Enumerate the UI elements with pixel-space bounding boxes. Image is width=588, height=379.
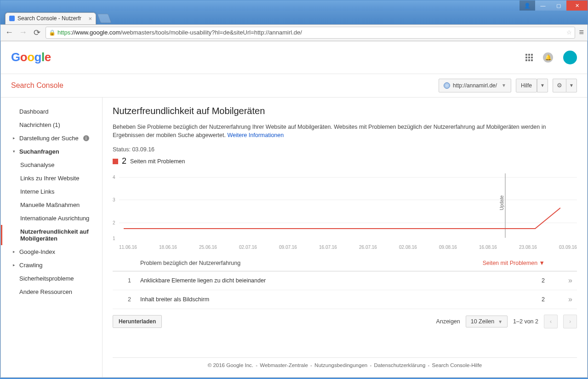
page-title: Nutzerfreundlichkeit auf Mobilgeräten	[113, 106, 577, 116]
sidebar-item-security[interactable]: Sicherheitsprobleme	[1, 272, 102, 285]
help-dropdown[interactable]: ▼	[537, 79, 548, 92]
page-description: Beheben Sie Probleme bezüglich der Nutze…	[113, 123, 577, 140]
page-footer: © 2016 Google Inc. - Webmaster-Zentrale …	[113, 357, 577, 373]
sidebar-item-other-resources[interactable]: Andere Ressourcen	[1, 285, 102, 299]
profile-button[interactable]: 👤	[519, 0, 535, 11]
site-selector[interactable]: http://annamirl.de/ ▼	[439, 79, 511, 92]
issue-text: Anklickbare Elemente liegen zu dicht bei…	[136, 271, 476, 290]
chevron-down-icon: ▼	[498, 319, 502, 324]
show-label: Anzeigen	[436, 318, 460, 325]
sidebar: Dashboard Nachrichten (1) ▸Darstellung d…	[1, 98, 103, 377]
maximize-button[interactable]: ▢	[551, 0, 566, 11]
chevron-down-icon: ▼	[569, 83, 574, 88]
legend-label: Seiten mit Problemen	[130, 158, 185, 165]
sidebar-item-search-queries[interactable]: ▾Suchanfragen	[1, 145, 102, 158]
rows-select[interactable]: 10 Zeilen ▼	[466, 316, 508, 327]
prev-page-button[interactable]: ‹	[544, 315, 558, 328]
y-tick: 4	[113, 174, 115, 179]
info-icon[interactable]: i	[83, 135, 89, 141]
sidebar-item-crawling[interactable]: ▸Crawling	[1, 258, 102, 272]
sidebar-item-manual-actions[interactable]: Manuelle Maßnahmen	[1, 198, 102, 212]
new-tab-button[interactable]	[97, 14, 111, 23]
sidebar-item-google-index[interactable]: ▸Google-Index	[1, 245, 102, 258]
next-page-button[interactable]: ›	[563, 315, 577, 328]
product-title: Search Console	[11, 81, 63, 90]
bookmark-icon[interactable]: ☆	[566, 29, 572, 36]
legend-swatch	[113, 159, 118, 164]
browser-tab[interactable]: Search Console - Nutzerfr ×	[5, 12, 96, 24]
url-host: ://www.google.com	[70, 29, 120, 36]
close-button[interactable]: ✕	[566, 0, 588, 11]
url-path: /webmasters/tools/mobile-usability?hl=de…	[120, 29, 302, 36]
page-range: 1–2 von 2	[513, 318, 538, 325]
sidebar-item-links[interactable]: Links zu Ihrer Website	[1, 172, 102, 185]
apps-icon[interactable]	[525, 54, 533, 61]
google-logo[interactable]: Google	[11, 50, 51, 64]
globe-icon	[444, 82, 450, 89]
window-titlebar: 👤 — ▢ ✕	[0, 0, 588, 11]
gear-icon: ⚙	[557, 82, 562, 89]
chevron-down-icon: ▼	[502, 83, 506, 88]
chevron-down-icon: ▼	[540, 83, 545, 88]
chart-legend: 2 Seiten mit Problemen	[113, 156, 577, 166]
footer-link[interactable]: Nutzungsbedingungen	[314, 362, 367, 368]
sidebar-item-internal-links[interactable]: Interne Links	[1, 185, 102, 198]
tab-title: Search Console - Nutzerfr	[17, 15, 81, 22]
url-scheme: https	[57, 29, 70, 36]
chart-svg: Update	[119, 173, 560, 238]
sidebar-item-dashboard[interactable]: Dashboard	[1, 105, 102, 118]
table-row[interactable]: 1 Anklickbare Elemente liegen zu dicht b…	[113, 271, 577, 290]
issue-text: Inhalt breiter als Bildschirm	[136, 290, 476, 309]
y-tick: 2	[113, 220, 115, 225]
status-text: Status: 03.09.16	[113, 146, 577, 153]
update-annotation: Update	[499, 195, 504, 210]
issues-table: Problem bezüglich der Nutzererfahrung Se…	[113, 255, 577, 309]
main-content: Nutzerfreundlichkeit auf Mobilgeräten Be…	[103, 98, 587, 377]
x-axis: 11.06.16 18.06.16 25.06.16 02.07.16 09.0…	[119, 245, 577, 250]
sidebar-item-mobile-usability[interactable]: Nutzerfreundlichkeit auf Mobilgeräten	[1, 225, 102, 245]
url-bar[interactable]: 🔒 https ://www.google.com /webmasters/to…	[46, 27, 575, 39]
footer-link[interactable]: Datenschutzerklärung	[374, 362, 425, 368]
lock-icon: 🔒	[49, 29, 56, 36]
settings-dropdown[interactable]: ▼	[566, 79, 577, 92]
product-header: Search Console http://annamirl.de/ ▼ Hil…	[1, 74, 587, 98]
tab-close-icon[interactable]: ×	[88, 15, 92, 22]
col-pages[interactable]: Seiten mit Problemen ▼	[476, 255, 549, 271]
footer-link[interactable]: Search Console-Hilfe	[432, 362, 482, 368]
back-button[interactable]: ←	[4, 28, 14, 37]
chrome-menu-button[interactable]: ≡	[579, 28, 584, 37]
table-footer: Herunterladen Anzeigen 10 Zeilen ▼ 1–2 v…	[113, 309, 577, 334]
sidebar-item-search-analysis[interactable]: Suchanalyse	[1, 158, 102, 172]
y-tick: 3	[113, 197, 115, 202]
issues-chart[interactable]: 4 3 2 1 Update 11.06.16 18.06.16	[113, 172, 577, 250]
sidebar-item-messages[interactable]: Nachrichten (1)	[1, 118, 102, 132]
browser-tabstrip: Search Console - Nutzerfr ×	[0, 11, 588, 25]
browser-toolbar: ← → ⟳ 🔒 https ://www.google.com /webmast…	[0, 25, 588, 41]
pages-count: 2	[476, 290, 549, 309]
settings-button[interactable]: ⚙	[553, 79, 566, 92]
google-header: Google 🔔	[1, 41, 587, 74]
avatar[interactable]	[563, 51, 577, 64]
download-button[interactable]: Herunterladen	[113, 315, 162, 328]
notifications-icon[interactable]: 🔔	[543, 52, 553, 63]
col-issue[interactable]: Problem bezüglich der Nutzererfahrung	[136, 255, 476, 271]
legend-count: 2	[122, 156, 126, 166]
favicon-icon	[9, 16, 15, 21]
chevron-right-icon[interactable]: »	[549, 290, 577, 309]
more-info-link[interactable]: Weitere Informationen	[227, 132, 284, 138]
pages-count: 2	[476, 271, 549, 290]
table-row[interactable]: 2 Inhalt breiter als Bildschirm 2 »	[113, 290, 577, 309]
sidebar-item-international[interactable]: Internationale Ausrichtung	[1, 212, 102, 225]
help-button[interactable]: Hilfe	[516, 79, 537, 92]
forward-button[interactable]: →	[18, 28, 28, 37]
chevron-right-icon[interactable]: »	[549, 271, 577, 290]
minimize-button[interactable]: —	[535, 0, 551, 11]
footer-link[interactable]: Webmaster-Zentrale	[260, 362, 308, 368]
reload-button[interactable]: ⟳	[32, 28, 42, 38]
sidebar-item-search-appearance[interactable]: ▸Darstellung der Suchei	[1, 132, 102, 145]
site-selector-label: http://annamirl.de/	[453, 82, 497, 89]
y-tick: 1	[113, 235, 115, 241]
